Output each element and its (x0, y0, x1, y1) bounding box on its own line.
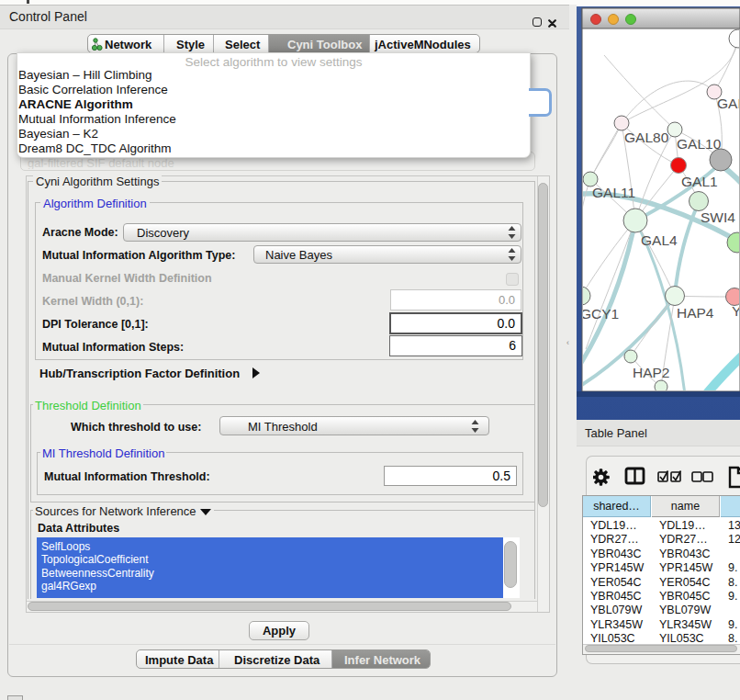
svg-text:HAP4: HAP4 (677, 305, 714, 321)
svg-text:GAL10: GAL10 (677, 136, 722, 152)
svg-text:GAL: GAL (717, 96, 740, 111)
svg-text:GAL1: GAL1 (681, 174, 718, 189)
svg-text:GAL4: GAL4 (641, 232, 678, 248)
svg-text:SWI4: SWI4 (701, 209, 735, 225)
svg-text:GAL11: GAL11 (592, 185, 635, 200)
svg-text:GCY1: GCY1 (580, 306, 619, 322)
svg-text:Y: Y (732, 303, 740, 319)
svg-text:HAP2: HAP2 (633, 365, 670, 380)
svg-text:GAL80: GAL80 (624, 130, 669, 145)
